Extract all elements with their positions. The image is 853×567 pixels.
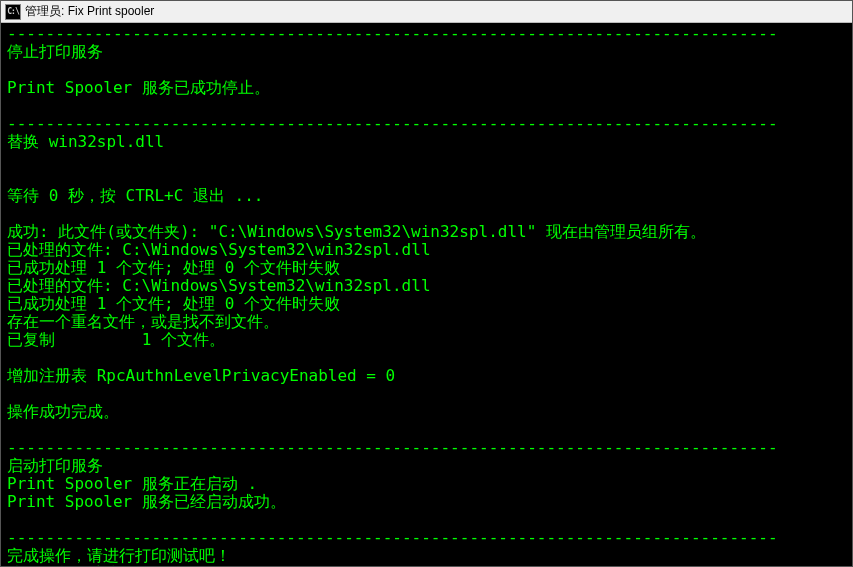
- console-line: 存在一个重名文件，或是找不到文件。: [7, 313, 846, 331]
- console-line: Print Spooler 服务已经启动成功。: [7, 493, 846, 511]
- console-line: 操作成功完成。: [7, 403, 846, 421]
- window-title: 管理员: Fix Print spooler: [25, 3, 154, 20]
- console-line: [7, 349, 846, 367]
- console-line: Print Spooler 服务已成功停止。: [7, 79, 846, 97]
- console-line: 完成操作，请进行打印测试吧！: [7, 547, 846, 565]
- console-line: ----------------------------------------…: [7, 25, 846, 43]
- console-line: 已复制 1 个文件。: [7, 331, 846, 349]
- console-line: ----------------------------------------…: [7, 529, 846, 547]
- console-line: [7, 385, 846, 403]
- cmd-icon-text: C:\: [7, 7, 18, 16]
- console-line: 成功: 此文件(或文件夹): "C:\Windows\System32\win3…: [7, 223, 846, 241]
- console-line: 等待 0 秒，按 CTRL+C 退出 ...: [7, 187, 846, 205]
- console-line: [7, 421, 846, 439]
- window-titlebar[interactable]: C:\ 管理员: Fix Print spooler: [1, 1, 852, 23]
- console-window: C:\ 管理员: Fix Print spooler -------------…: [0, 0, 853, 567]
- console-output[interactable]: ----------------------------------------…: [1, 23, 852, 566]
- cmd-icon: C:\: [5, 4, 21, 20]
- console-line: ----------------------------------------…: [7, 115, 846, 133]
- console-line: 增加注册表 RpcAuthnLevelPrivacyEnabled = 0: [7, 367, 846, 385]
- console-line: [7, 61, 846, 79]
- console-line: 已处理的文件: C:\Windows\System32\win32spl.dll: [7, 241, 846, 259]
- console-line: 启动打印服务: [7, 457, 846, 475]
- console-line: [7, 151, 846, 169]
- console-line: [7, 511, 846, 529]
- console-line: 已处理的文件: C:\Windows\System32\win32spl.dll: [7, 277, 846, 295]
- console-line: [7, 97, 846, 115]
- console-line: 已成功处理 1 个文件; 处理 0 个文件时失败: [7, 259, 846, 277]
- console-line: 已成功处理 1 个文件; 处理 0 个文件时失败: [7, 295, 846, 313]
- console-line: ----------------------------------------…: [7, 439, 846, 457]
- console-line: [7, 205, 846, 223]
- console-line: [7, 169, 846, 187]
- console-line: 停止打印服务: [7, 43, 846, 61]
- console-line: Print Spooler 服务正在启动 .: [7, 475, 846, 493]
- console-line: 请按任意键继续. . .: [7, 565, 846, 566]
- console-line: 替换 win32spl.dll: [7, 133, 846, 151]
